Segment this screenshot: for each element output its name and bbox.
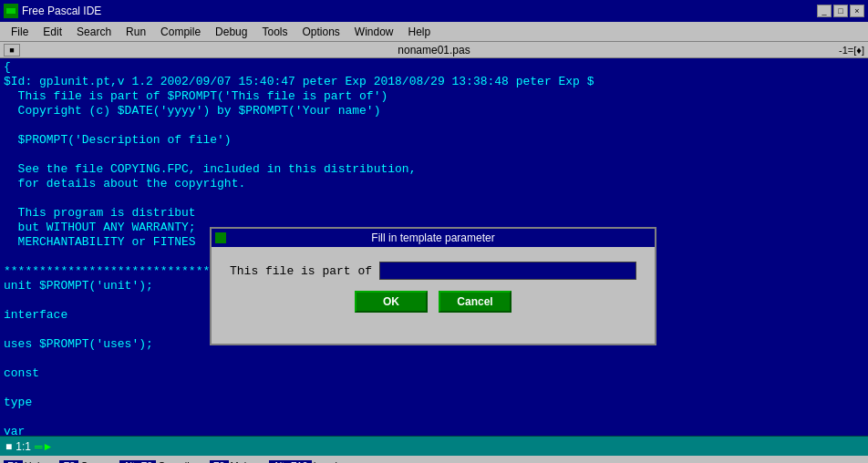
maximize-button[interactable]: □ xyxy=(833,5,848,17)
code-line: This file is part of $PROMPT('This file … xyxy=(4,89,864,104)
menu-item-debug[interactable]: Debug xyxy=(208,24,254,40)
code-line: $PROMPT('Description of file') xyxy=(4,133,864,148)
editor-filename: noname01.pas xyxy=(398,44,470,57)
code-line xyxy=(4,352,864,366)
code-line: { xyxy=(4,60,864,75)
dialog-title: Fill in template parameter xyxy=(371,232,494,244)
menu-item-edit[interactable]: Edit xyxy=(36,24,69,40)
cancel-button[interactable]: Cancel xyxy=(439,291,512,313)
editor-area[interactable]: {$Id: gplunit.pt,v 1.2 2002/09/07 15:40:… xyxy=(0,58,868,436)
code-line xyxy=(4,118,864,133)
editor-top-bar: ■ noname01.pas -1=[♦] xyxy=(0,42,868,58)
code-line xyxy=(4,191,864,206)
dialog-prompt-label: This file is part of xyxy=(230,264,372,278)
menu-item-help[interactable]: Help xyxy=(401,24,439,40)
bottom-status-bar: ■ 1:1 ═► xyxy=(0,436,868,456)
code-line xyxy=(4,381,864,396)
code-line: $Id: gplunit.pt,v 1.2 2002/09/07 15:40:4… xyxy=(4,75,864,89)
editor-icon: ■ xyxy=(4,44,20,57)
app-icon xyxy=(4,4,18,18)
menu-bar: FileEditSearchRunCompileDebugToolsOption… xyxy=(0,22,868,42)
editor-position-indicator: -1=[♦] xyxy=(839,45,864,56)
code-line xyxy=(4,148,864,162)
code-line: This program is distribut xyxy=(4,206,864,221)
menu-item-options[interactable]: Options xyxy=(294,24,346,40)
template-input[interactable] xyxy=(379,262,636,280)
title-bar: Free Pascal IDE _ □ × xyxy=(0,0,868,22)
ok-button[interactable]: OK xyxy=(355,291,428,313)
dialog-content: This file is part of OK Cancel xyxy=(212,247,655,327)
menu-item-window[interactable]: Window xyxy=(347,24,401,40)
dialog-icon xyxy=(215,232,226,243)
code-line: See the file COPYING.FPC, included in th… xyxy=(4,162,864,177)
menu-item-file[interactable]: File xyxy=(4,24,36,40)
close-button[interactable]: × xyxy=(850,5,864,17)
status-position: 1:1 xyxy=(16,440,31,453)
svg-rect-1 xyxy=(6,8,16,14)
window-controls: _ □ × xyxy=(817,5,864,17)
code-line: type xyxy=(4,396,864,410)
code-line: const xyxy=(4,366,864,381)
menu-item-search[interactable]: Search xyxy=(69,24,119,40)
status-indicator: ■ xyxy=(5,440,12,453)
status-arrow: ═► xyxy=(35,440,53,453)
help-bar: F1HelpF3OpenAlt+F9CompileF9MakeAlt+F10Lo… xyxy=(0,456,868,463)
code-line: var xyxy=(4,425,864,436)
minimize-button[interactable]: _ xyxy=(817,5,832,17)
template-parameter-dialog[interactable]: Fill in template parameter This file is … xyxy=(210,227,656,345)
code-line: Copyright (c) $DATE('yyyy') by $PROMPT('… xyxy=(4,104,864,118)
dialog-prompt-row: This file is part of xyxy=(230,262,636,280)
menu-item-compile[interactable]: Compile xyxy=(153,24,208,40)
dialog-title-bar: Fill in template parameter xyxy=(212,229,655,247)
code-line xyxy=(4,410,864,425)
menu-item-tools[interactable]: Tools xyxy=(254,24,294,40)
dialog-buttons: OK Cancel xyxy=(230,291,636,313)
code-line: for details about the copyright. xyxy=(4,177,864,191)
editor-top-left: ■ xyxy=(4,44,20,57)
menu-item-run[interactable]: Run xyxy=(119,24,153,40)
window-title: Free Pascal IDE xyxy=(22,5,817,17)
